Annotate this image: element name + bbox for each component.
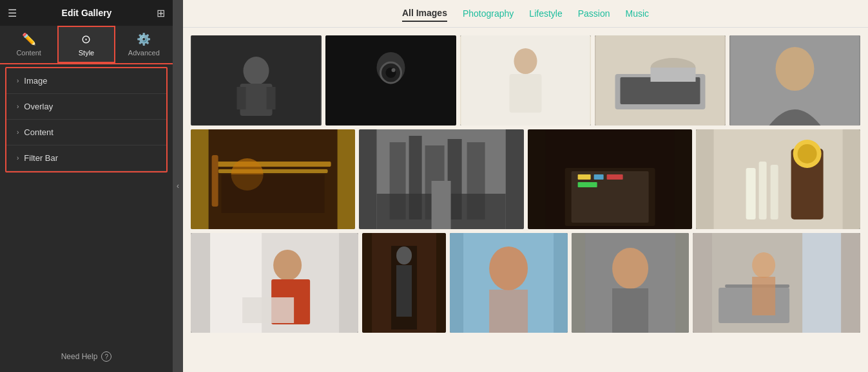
chevron-overlay-icon: ›	[17, 103, 19, 110]
list-item[interactable]	[362, 233, 446, 333]
svg-rect-48	[770, 165, 778, 219]
list-item[interactable]	[191, 233, 358, 333]
svg-rect-41	[577, 182, 597, 187]
accordion-overlay-header[interactable]: › Overlay	[6, 94, 166, 119]
filter-tabs: All Images Photography Lifestyle Passion…	[183, 0, 868, 28]
filter-tab-lifestyle[interactable]: Lifestyle	[529, 8, 562, 21]
gallery-row-2	[191, 129, 860, 229]
svg-rect-57	[396, 265, 412, 317]
list-item[interactable]	[729, 35, 860, 126]
filter-tab-passion[interactable]: Passion	[578, 8, 610, 21]
svg-point-19	[776, 47, 815, 91]
accordion-image-header[interactable]: › Image	[6, 68, 166, 93]
svg-point-68	[752, 252, 775, 278]
list-item[interactable]	[528, 129, 692, 229]
tab-style[interactable]: ⊙ Style	[57, 26, 115, 63]
accordion-content: › Content	[6, 120, 166, 145]
grid-icon[interactable]: ⊞	[157, 7, 165, 19]
accordion-container: › Image › Overlay › Content › Filter Bar	[5, 67, 168, 172]
list-item[interactable]	[325, 35, 456, 126]
svg-rect-23	[212, 155, 218, 207]
chevron-content-icon: ›	[17, 129, 19, 136]
svg-rect-25	[222, 174, 325, 213]
svg-rect-4	[267, 87, 276, 109]
svg-rect-12	[510, 74, 542, 113]
svg-rect-53	[242, 297, 294, 323]
style-icon: ⊙	[81, 32, 91, 46]
svg-point-11	[514, 48, 537, 74]
list-item[interactable]	[572, 233, 689, 333]
svg-point-51	[273, 250, 302, 281]
sidebar-footer: Need Help ?	[0, 341, 173, 372]
list-item[interactable]	[191, 35, 322, 126]
svg-point-9	[392, 68, 396, 72]
hamburger-icon[interactable]: ☰	[8, 7, 17, 19]
svg-rect-46	[746, 168, 755, 219]
svg-rect-38	[577, 174, 590, 180]
need-help[interactable]: Need Help ?	[10, 351, 162, 362]
advanced-icon: ⚙️	[137, 32, 151, 46]
svg-rect-39	[593, 174, 603, 180]
list-item[interactable]	[696, 129, 860, 229]
chevron-image-icon: ›	[17, 77, 19, 84]
svg-point-45	[797, 144, 816, 163]
sidebar-header: ☰ Edit Gallery ⊞	[0, 0, 173, 26]
gallery-row-1	[191, 35, 860, 126]
svg-rect-63	[612, 288, 648, 333]
svg-rect-21	[215, 162, 331, 167]
tabs-row: ✏️ Content ⊙ Style ⚙️ Advanced	[0, 26, 173, 64]
svg-rect-60	[489, 290, 528, 333]
list-item[interactable]	[595, 35, 726, 126]
accordion-filterbar: › Filter Bar	[6, 145, 166, 171]
list-item[interactable]	[693, 233, 860, 333]
svg-point-59	[489, 246, 528, 290]
svg-rect-17	[651, 68, 696, 82]
list-item[interactable]	[359, 129, 523, 229]
collapse-handle[interactable]: ‹	[173, 0, 183, 372]
main-content: All Images Photography Lifestyle Passion…	[183, 0, 868, 372]
svg-rect-69	[752, 277, 775, 315]
list-item[interactable]	[191, 129, 355, 229]
filter-tab-all[interactable]: All Images	[402, 8, 447, 22]
sidebar-title: Edit Gallery	[62, 8, 112, 18]
svg-rect-34	[432, 181, 451, 229]
svg-rect-40	[606, 174, 622, 180]
filter-tab-music[interactable]: Music	[626, 8, 650, 21]
gallery-row-3	[191, 233, 860, 333]
gallery-container	[183, 28, 868, 372]
list-item[interactable]	[460, 35, 591, 126]
chevron-filterbar-icon: ›	[17, 154, 19, 162]
accordion-image: › Image	[6, 68, 166, 94]
help-icon: ?	[101, 351, 111, 362]
svg-point-56	[396, 246, 412, 265]
svg-point-62	[612, 248, 648, 289]
accordion-filterbar-header[interactable]: › Filter Bar	[6, 145, 166, 171]
list-item[interactable]	[450, 233, 567, 333]
svg-point-1	[244, 57, 269, 85]
svg-rect-65	[802, 233, 841, 333]
svg-rect-3	[237, 87, 246, 109]
accordion-content-header[interactable]: › Content	[6, 120, 166, 145]
svg-rect-47	[758, 162, 766, 219]
filter-tab-photography[interactable]: Photography	[463, 8, 514, 21]
tab-advanced[interactable]: ⚙️ Advanced	[115, 26, 173, 63]
accordion-overlay: › Overlay	[6, 94, 166, 120]
tab-content[interactable]: ✏️ Content	[0, 26, 57, 63]
content-icon: ✏️	[22, 32, 36, 46]
sidebar: ☰ Edit Gallery ⊞ ✏️ Content ⊙ Style ⚙️ A…	[0, 0, 173, 372]
